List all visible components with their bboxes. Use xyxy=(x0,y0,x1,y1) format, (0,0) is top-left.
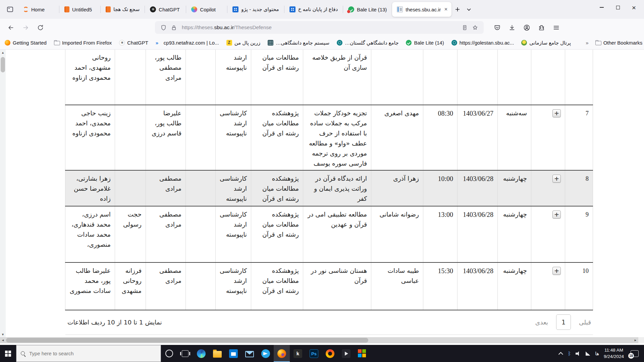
bookmark-bale-lite[interactable]: Bale Lite (14) xyxy=(406,40,444,46)
vertical-scrollbar-thumb[interactable] xyxy=(1,57,5,72)
cell-faculty: پژوهشکده مطالعات میان رشته ای قرآن xyxy=(251,170,303,206)
previous-page-button[interactable]: قبلی xyxy=(579,319,591,326)
url-text[interactable]: https://theses.sbu.ac.ir/ThesesDefense xyxy=(182,24,457,31)
shield-icon[interactable] xyxy=(160,24,167,31)
taskbar-file-explorer[interactable] xyxy=(209,345,225,362)
firefox-view-button[interactable] xyxy=(4,3,16,15)
taskbar-telegram[interactable] xyxy=(258,345,274,362)
cell-judges: روحانی مشهدی، احمد محمودی ازناوه xyxy=(65,50,115,105)
bookmark-zarinpal[interactable]: Zزرین پال من xyxy=(226,40,261,46)
taskbar-store[interactable] xyxy=(225,345,241,362)
bookmark-star-icon[interactable] xyxy=(472,24,478,31)
expand-row-button[interactable]: + xyxy=(552,109,561,117)
maximize-button[interactable] xyxy=(610,0,626,17)
bluetooth-icon[interactable]: ᛒ xyxy=(568,351,571,356)
horizontal-scrollbar-thumb[interactable] xyxy=(6,338,368,343)
list-all-tabs-button[interactable] xyxy=(463,4,475,15)
bookmark-imported-folder[interactable]: Imported From Firefox xyxy=(54,40,112,46)
cell-time xyxy=(423,50,458,105)
other-bookmarks[interactable]: Other Bookmarks xyxy=(595,40,643,46)
start-button[interactable] xyxy=(0,345,16,362)
account-icon[interactable] xyxy=(520,21,533,34)
taskbar-clock[interactable]: 11:48 AM 9/24/2024 xyxy=(604,347,624,359)
taskbar-swirl-app[interactable] xyxy=(322,345,338,362)
scroll-left-icon[interactable]: ◄ xyxy=(0,337,6,343)
volume-icon[interactable] xyxy=(576,351,581,356)
tab-home[interactable]: Home xyxy=(18,2,59,17)
cell-extra xyxy=(186,105,216,170)
pocket-icon[interactable] xyxy=(491,21,503,34)
taskbar-k-app[interactable]: k xyxy=(290,345,306,362)
bookmark-chatgpt[interactable]: ✳ChatGPT xyxy=(119,40,148,46)
taskbar-mail[interactable] xyxy=(241,345,258,362)
taskbar-firefox-active[interactable] xyxy=(274,345,290,362)
blue-app-icon xyxy=(232,6,238,12)
tab-new-content[interactable]: محتوای جدید - پژو xyxy=(228,2,283,17)
taskbar-photoshop[interactable]: Ps xyxy=(306,345,322,362)
cell-expand: + xyxy=(531,262,565,310)
taskbar-edge[interactable] xyxy=(193,345,209,362)
jupyter-notebook-icon xyxy=(106,6,111,12)
bookmark-portal[interactable]: پرتال جامع سازمانی xyxy=(521,40,571,46)
tab-untitled5[interactable]: Untitled5 xyxy=(60,2,100,17)
tab-chatgpt[interactable]: ✳ ChatGPT xyxy=(145,2,185,17)
bookmark-university-system[interactable]: …سیستم جامع دانشگاهی xyxy=(268,40,329,46)
tab-defense[interactable]: دفاع از پایان نامه خ xyxy=(285,2,342,17)
cell-extra xyxy=(186,206,216,262)
cell-time: 08:30 xyxy=(423,105,458,170)
network-icon[interactable] xyxy=(586,352,590,356)
menu-icon[interactable] xyxy=(550,21,562,34)
language-indicator[interactable]: ها xyxy=(595,351,599,356)
scroll-up-icon[interactable]: ▲ xyxy=(0,50,6,55)
clock-date: 9/24/2024 xyxy=(604,354,624,359)
url-path: /ThesesDefense xyxy=(234,24,272,30)
bookmark-getting-started[interactable]: Getting Started xyxy=(5,40,47,46)
url-bar[interactable]: https://theses.sbu.ac.ir/ThesesDefense xyxy=(155,21,484,34)
tray-chevron-up-icon[interactable] xyxy=(558,352,563,357)
reader-mode-icon[interactable] xyxy=(462,24,468,31)
downloads-icon[interactable] xyxy=(505,21,518,34)
scroll-down-icon[interactable]: ▼ xyxy=(0,331,6,337)
taskbar-cortana[interactable] xyxy=(161,345,177,362)
search-icon xyxy=(20,351,26,356)
taskbar-search[interactable] xyxy=(16,345,161,362)
taskbar-grid-app[interactable] xyxy=(354,345,370,362)
expand-row-button[interactable]: + xyxy=(552,175,561,183)
bookmark-netafraz[interactable]: »cp93.netafraz.com | Lo... xyxy=(156,40,219,46)
scroll-right-icon[interactable]: ► xyxy=(633,337,638,343)
forward-icon xyxy=(22,24,29,31)
taskbar-task-view[interactable] xyxy=(177,345,193,362)
search-input[interactable] xyxy=(29,351,157,356)
back-button[interactable] xyxy=(4,21,17,34)
vertical-scrollbar[interactable]: ▲ ▼ xyxy=(0,50,6,337)
reload-button[interactable] xyxy=(34,21,47,34)
blue-app-icon xyxy=(289,6,296,12)
cell-date: 1403/06/28 xyxy=(458,170,498,206)
navigation-bar: https://theses.sbu.ac.ir/ThesesDefense xyxy=(0,19,644,36)
tab-label: ChatGPT xyxy=(159,7,180,12)
tab-theses-active[interactable]: theses.sbu.ac.ir × xyxy=(392,2,451,17)
page-1-button[interactable]: 1 xyxy=(556,314,571,330)
tab-saj[interactable]: سجع تک هجا xyxy=(101,2,144,17)
bookmarks-bar: Getting Started Imported From Firefox ✳C… xyxy=(0,36,644,50)
new-tab-button[interactable] xyxy=(452,4,463,15)
lock-icon[interactable] xyxy=(171,24,177,31)
expand-row-button[interactable]: + xyxy=(552,267,561,275)
tab-bale[interactable]: Bale Lite (13) xyxy=(343,2,391,17)
cell-time: 15:30 xyxy=(423,262,458,310)
bookmark-golestan-url[interactable]: https://golestan.sbu.ac... xyxy=(451,40,514,46)
bookmarks-overflow-button[interactable]: » xyxy=(586,40,588,46)
cell-advisor: فرزانه روحانی مشهدی xyxy=(115,262,146,310)
extensions-icon[interactable] xyxy=(535,21,548,34)
close-button[interactable]: × xyxy=(626,0,642,17)
horizontal-scrollbar[interactable]: ◄ ► xyxy=(0,337,644,343)
tab-copilot[interactable]: Copilot xyxy=(186,2,227,17)
expand-row-button[interactable]: + xyxy=(552,210,561,219)
minimize-button[interactable] xyxy=(594,0,610,17)
next-page-button[interactable]: بعدی xyxy=(535,319,548,326)
notification-center-icon[interactable]: 18 xyxy=(631,350,639,357)
taskbar-media-app[interactable] xyxy=(338,345,354,362)
tab-close-icon[interactable]: × xyxy=(443,6,448,13)
bookmark-golestan-system[interactable]: …جامع دانشگاهي گلستان xyxy=(337,40,398,46)
forward-button[interactable] xyxy=(19,21,32,34)
